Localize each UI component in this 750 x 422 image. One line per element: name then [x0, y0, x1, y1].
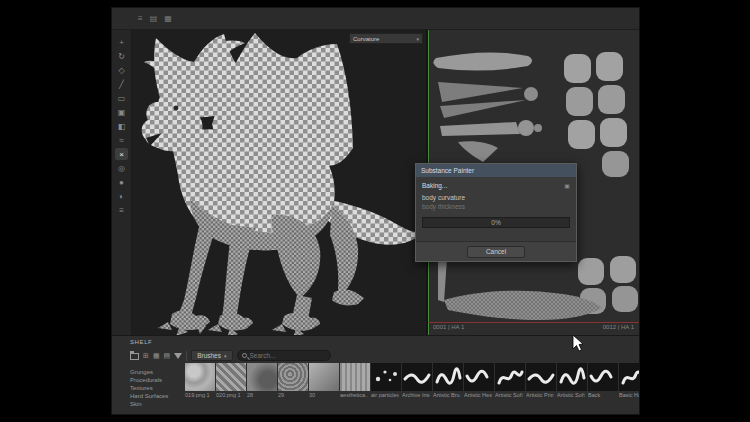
shelf-item-thumbnail	[433, 363, 463, 391]
shelf-item-label: 019.png 1	[185, 392, 213, 398]
shelf-item-label: Artistic Hea...	[464, 392, 492, 398]
channel-dropdown[interactable]: Curvature ▾	[349, 33, 423, 44]
shelf-item[interactable]: 019.png 1	[185, 363, 215, 403]
shelf-category-hard-surfaces[interactable]: Hard Surfaces	[130, 392, 182, 400]
shelf-category-procedurals[interactable]: Procedurals	[130, 376, 182, 384]
category-dropdown[interactable]: Brushes ▾	[191, 350, 232, 361]
shelf-item-thumbnail	[371, 363, 401, 391]
list-view-icon[interactable]: ▤	[164, 352, 171, 359]
shelf-item-thumbnail	[464, 363, 494, 391]
shelf-item-thumbnail	[557, 363, 587, 391]
shelf-item-label: Artistic Bru...	[433, 392, 461, 398]
shelf-item-grid: 019.png 1020.png 1282930aesthetica...air…	[185, 363, 639, 403]
shelf-category-list: GrungesProceduralsTexturesHard SurfacesS…	[130, 368, 182, 408]
toolbar-separator	[186, 351, 187, 361]
shelf-item[interactable]: Back	[588, 363, 618, 403]
shelf-item[interactable]: 28	[247, 363, 277, 403]
shelf-item[interactable]: Artistic Prim...	[526, 363, 556, 403]
filter-icon[interactable]	[174, 353, 182, 359]
shelf-item-label: 28	[247, 392, 275, 398]
shelf-item[interactable]: Basic Hard...	[619, 363, 639, 403]
uv-axis-line-horizontal	[428, 322, 639, 323]
current-bake-task: body curvature	[422, 194, 570, 201]
uv-status-left: 0001 | HA 1	[433, 324, 464, 330]
search-box[interactable]	[237, 350, 331, 361]
rotate-tool-icon[interactable]: ↻	[115, 50, 128, 62]
shelf-item-label: Artistic Prim...	[526, 392, 554, 398]
move-tool-icon[interactable]: +	[115, 36, 128, 48]
shelf-item[interactable]: air particles	[371, 363, 401, 403]
baking-dialog: Substance Painter Baking... ▣ body curva…	[415, 163, 577, 262]
shelf-toolbar: ⊞▦▤ Brushes ▾	[130, 349, 331, 362]
category-dropdown-value: Brushes	[197, 352, 221, 359]
shelf-item-thumbnail	[216, 363, 246, 391]
search-icon	[242, 353, 247, 358]
shelf-item-thumbnail	[402, 363, 432, 391]
scale-tool-icon[interactable]: ◇	[115, 64, 128, 76]
panels-icon[interactable]: ▤	[150, 15, 158, 23]
shelf-item-thumbnail	[309, 363, 339, 391]
shelf-item-thumbnail	[278, 363, 308, 391]
settings-tool-icon[interactable]: ≡	[115, 204, 128, 216]
shelf-item-label: Basic Hard...	[619, 392, 639, 398]
chevron-down-icon: ▾	[416, 36, 419, 42]
progress-bar: 0%	[422, 217, 570, 228]
shelf-item-label: Artistic Soft...	[495, 392, 523, 398]
eraser-tool-icon[interactable]: ▭	[115, 92, 128, 104]
shelf-item-label: Back	[588, 392, 616, 398]
shelf-panel: SHELF ⊞▦▤ Brushes ▾ GrungesProceduralsTe…	[112, 335, 639, 414]
chevron-down-icon: ▾	[224, 353, 227, 359]
shelf-item-label: 29	[278, 392, 306, 398]
shelf-item[interactable]: 29	[278, 363, 308, 403]
shelf-item-label: aesthetica...	[340, 392, 368, 398]
shelf-category-grunges[interactable]: Grunges	[130, 368, 182, 376]
clone-tool-icon[interactable]: ◎	[115, 162, 128, 174]
shelf-item-thumbnail	[526, 363, 556, 391]
shelf-item-thumbnail	[588, 363, 618, 391]
shelf-item-thumbnail	[619, 363, 639, 391]
material-picker-tool-icon[interactable]: ●	[115, 176, 128, 188]
grid-view-icon[interactable]: ▦	[153, 352, 160, 359]
left-toolbar: +↻◇╱▭▣◧≈×◎●◐≡	[112, 30, 132, 335]
add-folder-icon[interactable]: ⊞	[143, 352, 149, 359]
shelf-item[interactable]: aesthetica...	[340, 363, 370, 403]
top-toolbar: ≡▤▦	[112, 8, 639, 30]
shelf-item[interactable]: Artistic Bru...	[433, 363, 463, 403]
shelf-item-thumbnail	[495, 363, 525, 391]
channel-dropdown-value: Curvature	[353, 36, 379, 42]
shelf-item[interactable]: Archive Inte...	[402, 363, 432, 403]
clear-tool-icon[interactable]: ×	[115, 148, 128, 160]
viewport-3d[interactable]: Curvature ▾	[132, 30, 428, 335]
next-bake-task: body thickness	[422, 203, 570, 210]
shelf-item[interactable]: 30	[309, 363, 339, 403]
uv-status-bar: 0001 | HA 1 0012 | HA 1	[430, 324, 637, 330]
shelf-item-label: Artistic Soft...	[557, 392, 585, 398]
uv-status-right: 0012 | HA 1	[603, 324, 634, 330]
paint-brush-tool-icon[interactable]: ╱	[115, 78, 128, 90]
folder-icon[interactable]	[130, 353, 139, 360]
progress-icon: ▣	[564, 182, 570, 189]
shelf-item-label: 30	[309, 392, 337, 398]
menu-icon[interactable]: ≡	[138, 15, 143, 23]
shelf-item[interactable]: Artistic Soft...	[495, 363, 525, 403]
dragon-model	[132, 30, 428, 335]
shelf-item-thumbnail	[185, 363, 215, 391]
shelf-item[interactable]: Artistic Hea...	[464, 363, 494, 403]
smudge-tool-icon[interactable]: ≈	[115, 134, 128, 146]
shelf-item-label: air particles	[371, 392, 399, 398]
baking-status-label: Baking...	[422, 182, 447, 189]
shelf-item-label: 020.png 1	[216, 392, 244, 398]
shelf-item-thumbnail	[247, 363, 277, 391]
polygon-fill-tool-icon[interactable]: ◧	[115, 120, 128, 132]
shelf-item-thumbnail	[340, 363, 370, 391]
shelf-category-skin[interactable]: Skin	[130, 400, 182, 408]
shelf-category-textures[interactable]: Textures	[130, 384, 182, 392]
projection-tool-icon[interactable]: ▣	[115, 106, 128, 118]
shelf-item-label: Archive Inte...	[402, 392, 430, 398]
shelf-item[interactable]: Artistic Soft...	[557, 363, 587, 403]
cancel-button[interactable]: Cancel	[467, 246, 525, 258]
search-input[interactable]	[250, 352, 326, 359]
grid-icon[interactable]: ▦	[164, 15, 172, 23]
shelf-item[interactable]: 020.png 1	[216, 363, 246, 403]
mask-tool-icon[interactable]: ◐	[115, 190, 128, 202]
